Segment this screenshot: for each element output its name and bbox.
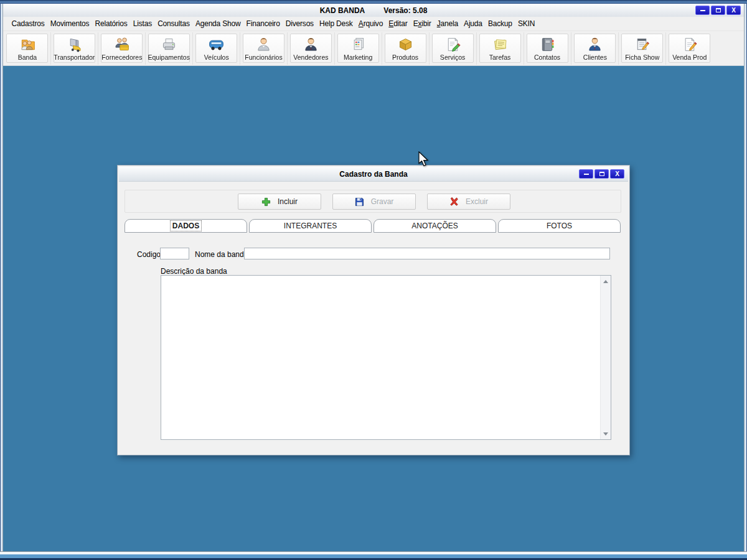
vertical-scrollbar[interactable]: [600, 276, 611, 439]
toolbar-button-marketing[interactable]: Marketing: [337, 34, 379, 63]
toolbar-separator: [618, 32, 619, 65]
descricao-textarea[interactable]: [161, 276, 599, 439]
tab-integrantes[interactable]: INTEGRANTES: [249, 219, 372, 233]
scroll-down-button[interactable]: [601, 429, 611, 439]
window-controls: X: [695, 6, 741, 15]
toolbar-separator: [429, 32, 430, 65]
dialog-cadastro-da-banda: Cadastro da Banda X IncluirGravarExcluir…: [117, 165, 630, 455]
menu-item-backup[interactable]: Backup: [485, 17, 515, 30]
tab-dados[interactable]: DADOS: [125, 219, 247, 233]
excluir-button[interactable]: Excluir: [427, 194, 510, 210]
gravar-button[interactable]: Gravar: [332, 194, 416, 210]
action-panel: IncluirGravarExcluir: [125, 190, 621, 213]
action-button-label: Gravar: [371, 197, 394, 206]
toolbar-button-label: Funcionários: [245, 54, 282, 61]
titlebar[interactable]: KAD BANDA Versão: 5.08 X: [3, 4, 744, 17]
menu-item-financeiro[interactable]: Financeiro: [243, 17, 283, 30]
tab-fotos[interactable]: FOTOS: [498, 219, 621, 233]
maximize-icon: [716, 8, 721, 12]
tab-bar: DADOSINTEGRANTESANOTAÇÕESFOTOS: [125, 219, 621, 233]
toolbar-button-tarefas[interactable]: Tarefas: [479, 34, 521, 63]
app-title: KAD BANDA: [320, 6, 365, 15]
toolbar-separator: [240, 32, 240, 65]
tab-label: DADOS: [171, 222, 200, 230]
dialog-minimize-button[interactable]: [579, 169, 593, 179]
tab-label: INTEGRANTES: [284, 222, 337, 230]
toolbar-button-veiculos[interactable]: Veículos: [195, 34, 237, 63]
toolbar-button-banda[interactable]: Banda: [6, 34, 48, 63]
toolbar-separator: [382, 32, 382, 65]
menu-item-movimentos[interactable]: Movimentos: [47, 17, 92, 30]
tab-anotacoes[interactable]: ANOTAÇÕES: [374, 219, 496, 233]
dialog-maximize-button[interactable]: [594, 169, 609, 179]
menu-item-agenda-show[interactable]: Agenda Show: [192, 17, 243, 30]
toolbar: BandaTransportadorFornecedoresEquipament…: [3, 31, 744, 66]
toolbar-separator: [192, 32, 193, 65]
tab-content-dados: Codigo Nome da banda Descrição da banda: [119, 232, 628, 454]
minimize-icon: [700, 10, 705, 11]
menu-item-listas[interactable]: Listas: [130, 17, 154, 30]
toolbar-separator: [476, 32, 477, 65]
scroll-down-icon: [603, 432, 608, 436]
descricao-memo: [161, 275, 611, 440]
toolbar-button-label: Contatos: [534, 54, 560, 61]
application-window: KAD BANDA Versão: 5.08 X CadastrosMovime…: [0, 0, 747, 560]
dialog-maximize-icon: [599, 172, 604, 176]
toolbar-button-ficha-show[interactable]: Ficha Show: [621, 34, 663, 63]
menu-item-diversos[interactable]: Diversos: [283, 17, 316, 30]
toolbar-separator: [524, 32, 524, 65]
window-frame-bottom: [0, 551, 747, 560]
menu-item-ajuda[interactable]: Ajuda: [461, 17, 485, 30]
codigo-input[interactable]: [160, 248, 189, 259]
toolbar-button-servicos[interactable]: Serviços: [432, 34, 474, 63]
toolbar-button-transportador[interactable]: Transportador: [54, 34, 95, 63]
toolbar-button-funcionarios[interactable]: Funcionários: [243, 34, 284, 63]
scroll-up-button[interactable]: [601, 276, 611, 286]
menu-item-skin[interactable]: SKIN: [515, 17, 537, 30]
toolbar-button-vendedores[interactable]: Vendedores: [290, 34, 332, 63]
maximize-button[interactable]: [711, 6, 725, 15]
toolbar-button-label: Venda Prod: [672, 54, 707, 61]
nome-da-banda-input[interactable]: [244, 248, 610, 259]
toolbar-button-produtos[interactable]: Produtos: [385, 34, 426, 63]
toolbar-button-label: Produtos: [392, 54, 418, 61]
menu-item-exibir[interactable]: Exibir: [410, 17, 434, 30]
toolbar-button-venda-prod[interactable]: Venda Prod: [669, 34, 710, 63]
close-button[interactable]: X: [726, 6, 741, 15]
toolbar-separator: [287, 32, 288, 65]
dialog-close-button[interactable]: X: [610, 169, 624, 179]
window-frame-right: [744, 4, 747, 551]
menu-item-relatorios[interactable]: Relatórios: [92, 17, 130, 30]
scroll-up-icon: [603, 280, 608, 283]
dialog-window-controls: X: [579, 169, 624, 179]
toolbar-button-label: Serviços: [440, 54, 466, 61]
menu-item-cadastros[interactable]: Cadastros: [9, 17, 47, 30]
toolbar-button-clientes[interactable]: Clientes: [574, 34, 616, 63]
app-version: Versão: 5.08: [383, 6, 427, 15]
dialog-titlebar[interactable]: Cadastro da Banda X: [119, 167, 628, 182]
toolbar-button-label: Clientes: [583, 54, 606, 61]
dialog-body: IncluirGravarExcluir DADOSINTEGRANTESANO…: [119, 182, 628, 454]
menu-item-arquivo[interactable]: Arquivo: [355, 17, 385, 30]
toolbar-button-contatos[interactable]: Contatos: [527, 34, 568, 63]
dialog-minimize-icon: [584, 174, 589, 175]
action-button-label: Incluir: [278, 197, 298, 206]
toolbar-separator: [98, 32, 98, 65]
menu-item-consultas[interactable]: Consultas: [155, 17, 193, 30]
menu-item-editar[interactable]: Editar: [386, 17, 410, 30]
mouse-cursor: [418, 151, 429, 167]
delete-icon: [449, 197, 459, 207]
dialog-title: Cadastro da Banda: [339, 170, 407, 179]
title-text: KAD BANDA Versão: 5.08: [320, 6, 428, 15]
close-icon: X: [731, 7, 736, 14]
save-icon: [355, 197, 364, 207]
toolbar-button-fornecedores[interactable]: Fornecedores: [101, 34, 143, 63]
toolbar-button-label: Ficha Show: [625, 54, 659, 61]
toolbar-button-equipamentos[interactable]: Equipamentos: [148, 34, 190, 63]
tab-label: ANOTAÇÕES: [411, 222, 458, 230]
incluir-button[interactable]: Incluir: [238, 194, 321, 210]
menu-item-help-desk[interactable]: Help Desk: [317, 17, 356, 30]
menu-item-janela[interactable]: Janela: [434, 17, 461, 30]
toolbar-button-label: Vendedores: [293, 54, 328, 61]
minimize-button[interactable]: [695, 6, 710, 15]
